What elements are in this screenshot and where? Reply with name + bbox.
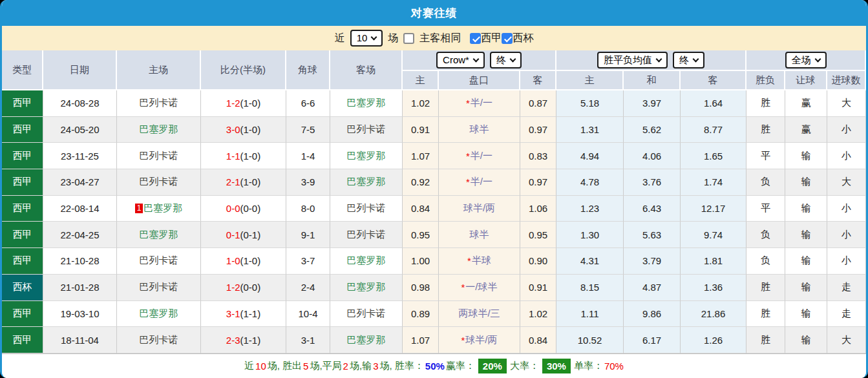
cell-avg-away: 1.36: [681, 275, 746, 301]
cell-corner: 2-4: [286, 275, 330, 301]
cell-avg-away: 1.81: [681, 248, 746, 275]
summary-text: 场,平局: [310, 360, 341, 372]
cell-odds-away: 1.06: [520, 196, 556, 222]
cell-type: 西甲: [2, 248, 43, 275]
cell-avg-draw: 5.62: [624, 117, 681, 143]
cell-result: 胜: [746, 90, 785, 117]
col-header-type: 类型: [2, 50, 43, 90]
cell-handicap-result: 输: [785, 301, 827, 328]
cell-score: 2-1(1-0): [201, 169, 286, 196]
cell-avg-draw: 4.87: [624, 275, 681, 301]
cell-odds-home: 1.00: [403, 248, 439, 275]
cell-goals: 走: [827, 275, 866, 301]
cell-odds-home: 0.98: [403, 275, 439, 301]
cell-goals: 小: [827, 117, 866, 143]
cell-corner: 9-1: [286, 222, 330, 248]
cell-score: 3-0(1-0): [201, 117, 286, 143]
cell-avg-draw: 3.79: [624, 248, 681, 275]
cell-score: 3-1(1-1): [201, 301, 286, 328]
cell-result: 胜: [746, 301, 785, 328]
cell-goals: 小: [827, 143, 866, 169]
cell-avg-away: 9.74: [681, 222, 746, 248]
cell-score: 2-3(1-1): [201, 327, 286, 353]
cell-avg-away: 1.64: [681, 90, 746, 117]
cell-goals: 大: [827, 90, 866, 117]
cell-odds-home: 1.02: [403, 90, 439, 117]
summary-text: 70%: [604, 361, 624, 372]
cell-corner: 6-6: [286, 90, 330, 117]
cell-home-team: 巴列卡诺: [117, 143, 201, 169]
cup-checkbox[interactable]: [502, 33, 513, 44]
summary-text: 2: [343, 361, 348, 372]
cell-away-team: 巴列卡诺: [330, 222, 403, 248]
cell-date: 22-08-14: [43, 196, 117, 222]
cell-home-team: 巴列卡诺: [117, 248, 201, 275]
cell-score: 1-2(1-0): [201, 90, 286, 117]
cell-home-team: 巴塞罗那: [117, 222, 201, 248]
title-bar: 对赛往绩: [0, 0, 868, 26]
cell-type: 西甲: [2, 90, 43, 117]
summary-rate-badge: 30%: [542, 359, 571, 373]
cell-avg-home: 5.18: [556, 90, 624, 117]
cell-odds-away: 0.91: [520, 275, 556, 301]
sub-header-handicap: 盘口: [439, 71, 520, 90]
page-title: 对赛往绩: [411, 6, 458, 21]
scope-select[interactable]: 全场: [785, 52, 827, 68]
chevron-down-icon: [509, 56, 516, 62]
sub-header-odds-home: 主: [403, 71, 439, 90]
summary-text: 10: [255, 361, 266, 372]
avg-select[interactable]: 胜平负均值: [597, 52, 668, 68]
cell-result: 平: [746, 143, 785, 169]
cell-avg-home: 1.31: [556, 117, 624, 143]
cell-odds-away: 0.95: [520, 222, 556, 248]
summary-text: 场, 胜出: [268, 360, 302, 372]
cell-date: 24-08-28: [43, 90, 117, 117]
summary-text: 50%: [425, 361, 445, 372]
cell-type: 西甲: [2, 301, 43, 328]
cell-odds-home: 0.84: [403, 196, 439, 222]
same-venue-checkbox[interactable]: [403, 33, 414, 44]
cell-handicap: *球半/两: [439, 327, 520, 353]
cell-avg-away: 8.77: [681, 117, 746, 143]
recent-count-select[interactable]: 10: [350, 30, 383, 47]
cell-handicap-result: 赢: [785, 117, 827, 143]
cell-avg-draw: 6.17: [624, 327, 681, 353]
cell-avg-draw: 3.76: [624, 169, 681, 196]
cell-away-team: 巴塞罗那: [330, 327, 403, 353]
cell-avg-draw: 9.86: [624, 301, 681, 328]
cell-date: 23-11-25: [43, 143, 117, 169]
cell-away-team: 巴塞罗那: [330, 90, 403, 117]
odds-group-header: Crow* 终: [403, 50, 556, 71]
cell-goals: 小: [827, 196, 866, 222]
cell-home-team: 巴列卡诺: [117, 169, 201, 196]
cell-avg-home: 1.11: [556, 301, 624, 328]
league-checkbox[interactable]: [470, 33, 481, 44]
cell-avg-home: 1.30: [556, 222, 624, 248]
cell-handicap-result: 赢: [785, 90, 827, 117]
cell-odds-home: 1.07: [403, 143, 439, 169]
chevron-down-icon: [814, 56, 821, 62]
avg-group-header: 胜平负均值 终: [556, 50, 746, 71]
sub-header-odds-away: 客: [520, 71, 556, 90]
cell-corner: 3-9: [286, 169, 330, 196]
odds-source-select[interactable]: Crow*: [436, 52, 485, 68]
cell-handicap: 球半/两: [439, 196, 520, 222]
cell-corner: 3-1: [286, 327, 330, 353]
chevron-down-icon: [656, 56, 662, 62]
cell-odds-home: 1.07: [403, 327, 439, 353]
summary-text: 近: [244, 360, 254, 372]
cell-goals: 大: [827, 169, 866, 196]
cell-goals: 大: [827, 327, 866, 353]
cell-avg-draw: 5.63: [624, 222, 681, 248]
cell-avg-draw: 4.06: [624, 143, 681, 169]
summary-bar: 近 10 场, 胜出 5 场,平局 2 场,输 3 场, 胜率：50% 赢率：2…: [2, 353, 866, 378]
cell-corner: 1-4: [286, 143, 330, 169]
odds-final-select[interactable]: 终: [490, 52, 522, 68]
cell-odds-away: 0.87: [520, 90, 556, 117]
sub-header-avg-home: 主: [556, 71, 624, 90]
avg-final-select[interactable]: 终: [673, 52, 704, 68]
cell-home-team: 巴塞罗那: [117, 301, 201, 328]
cell-handicap-result: 输: [785, 196, 827, 222]
summary-text: 场, 胜率：: [379, 360, 423, 372]
cell-odds-away: 0.90: [520, 248, 556, 275]
